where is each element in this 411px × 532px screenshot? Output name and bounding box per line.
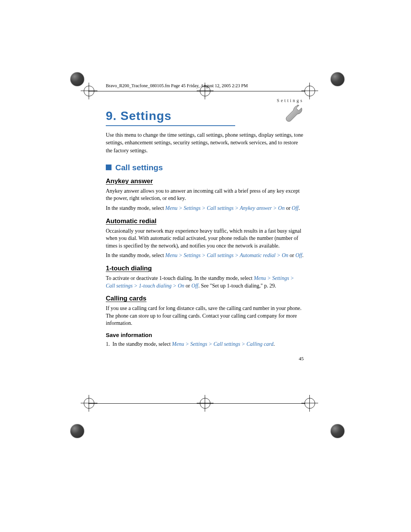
anykey-body: Anykey answer allows you to answer an in… [106,187,304,202]
crop-mark-top-left [72,74,103,105]
heading-anykey: Anykey answer [106,177,304,185]
menu-path: Menu > Settings > Call settings > Anykey… [165,205,285,211]
page-content: Bravo_R200_Tracfone_080105.fm Page 45 Fr… [106,83,304,362]
bound-line-bottom [88,403,305,404]
menu-path: Menu > Settings > Call settings > Callin… [172,341,274,347]
heading-one-touch: 1-touch dialing [106,265,304,272]
autoredial-instruction: In the standby mode, select Menu > Setti… [106,252,304,259]
callingcards-body: If you use a calling card for long dista… [106,305,304,327]
chapter-intro: Use this menu to change the time setting… [106,131,304,155]
anykey-instruction: In the standby mode, select Menu > Setti… [106,204,304,212]
menu-path-off: Off [295,252,302,258]
onetouch-instruction: To activate or deactivate 1-touch dialin… [106,275,304,289]
crop-mark-bottom-mid [188,387,219,417]
chapter-title-row: 9. Settings [106,107,304,126]
menu-path: Menu > Settings > Call settings > Automa… [165,252,288,258]
chapter-title-text: Settings [121,109,172,123]
menu-path-off: Off [292,205,299,211]
wrench-icon [281,103,304,126]
autoredial-body: Occasionally your network may experience… [106,227,304,250]
running-head: Settings [106,98,304,104]
heading-save-info: Save information [106,332,304,338]
page-number: 45 [106,356,304,362]
section-call-settings: Call settings [106,163,304,172]
heading-calling-cards: Calling cards [106,295,304,302]
saveinfo-step1: 1. In the standby mode, select Menu > Se… [106,340,304,348]
crop-mark-bottom-right [293,387,323,417]
section-bullet-icon [106,165,112,170]
doc-file-header: Bravo_R200_Tracfone_080105.fm Page 45 Fr… [106,83,304,89]
heading-auto-redial: Automatic redial [106,217,304,225]
chapter-number: 9. [106,109,117,123]
crop-mark-bottom-left [72,387,103,417]
menu-path-off: Off [191,283,198,289]
section-call-settings-label: Call settings [115,163,163,172]
